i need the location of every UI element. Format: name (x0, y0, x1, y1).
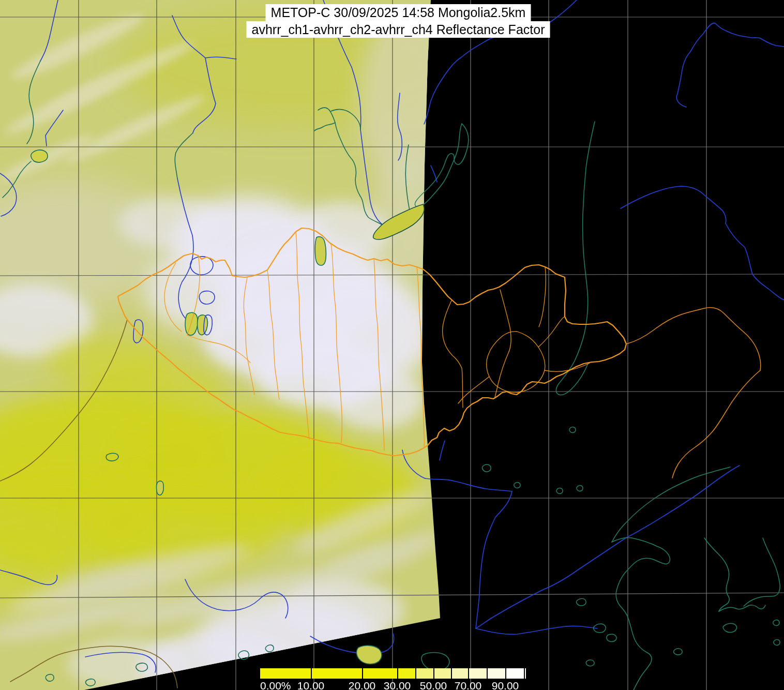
colorbar-segment (468, 668, 487, 679)
map-canvas (0, 0, 784, 690)
lake-khovsgol (315, 237, 326, 265)
colorbar-segment (362, 668, 397, 679)
colorbar-segment (505, 668, 524, 679)
colorbar-segment (487, 668, 505, 679)
title-header: METOP-C 30/09/2025 14:58 Mongolia2.5km a… (247, 4, 550, 38)
colorbar-tick-label: 90.00 (492, 680, 519, 690)
satellite-product-window: METOP-C 30/09/2025 14:58 Mongolia2.5km a… (0, 0, 784, 690)
colorbar (260, 668, 526, 679)
colorbar-tick-label: 30.00 (384, 680, 411, 690)
title-line-2: avhrr_ch1-avhrr_ch2-avhrr_ch4 Reflectanc… (247, 21, 550, 38)
colorbar-segment (451, 668, 468, 679)
colorbar-tick-label: 50.00 (420, 680, 447, 690)
colorbar-segment (311, 668, 362, 679)
colorbar-segment (433, 668, 451, 679)
colorbar-tick-label: 10.00 (297, 680, 325, 690)
title-line-1: METOP-C 30/09/2025 14:58 Mongolia2.5km (266, 4, 531, 21)
colorbar-tick-label: 70.00 (455, 680, 482, 690)
sunlit-swath-image (0, 0, 460, 690)
colorbar-tick-label: 20.00 (349, 680, 376, 690)
colorbar-segment (260, 668, 311, 679)
colorbar-segment (397, 668, 415, 679)
colorbar-segment (524, 668, 526, 679)
colorbar-tick-label: 0.00% (260, 680, 291, 690)
colorbar-segment (415, 668, 433, 679)
